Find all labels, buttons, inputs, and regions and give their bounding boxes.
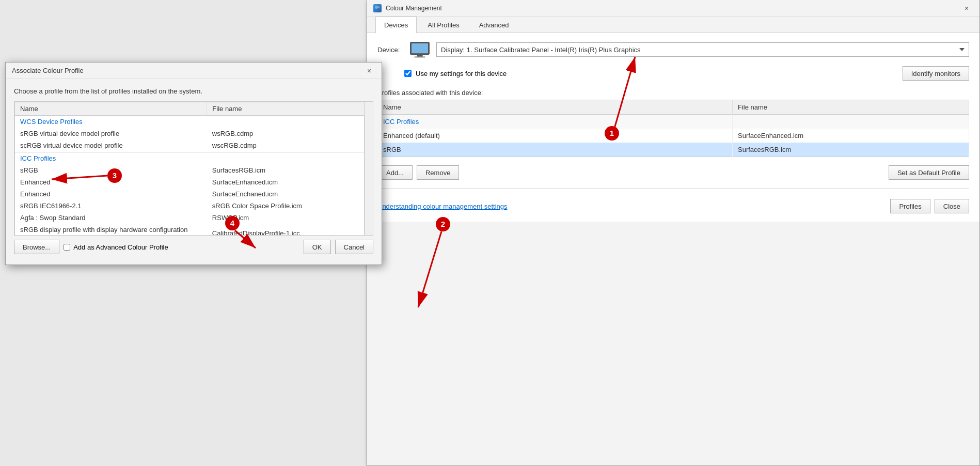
- svg-rect-3: [412, 43, 428, 53]
- svg-rect-5: [415, 57, 425, 58]
- ok-button[interactable]: OK: [304, 240, 331, 254]
- icc-category-row: ICC Profiles: [15, 152, 365, 164]
- tabs-bar: Devices All Profiles Advanced: [367, 17, 979, 33]
- dialog-close-button[interactable]: ×: [363, 66, 375, 76]
- use-settings-row: Use my settings for this device: [377, 70, 507, 77]
- list-scrollbar[interactable]: [365, 102, 373, 235]
- cancel-button[interactable]: Cancel: [335, 240, 373, 254]
- list-item[interactable]: sRGB display profile with display hardwa…: [15, 224, 365, 236]
- table-row[interactable]: Enhanced (default) SurfaceEnhanced.icm: [378, 129, 969, 143]
- advanced-colour-checkbox[interactable]: [64, 244, 70, 251]
- list-item[interactable]: sRGB virtual device model profile wsRGB.…: [15, 128, 365, 139]
- profiles-table: Name File name ICC Profiles Enhanced (de…: [377, 100, 969, 157]
- wcs-category-row: WCS Device Profiles: [15, 116, 365, 128]
- title-bar: Colour Management ×: [367, 0, 979, 17]
- set-default-button[interactable]: Set as Default Profile: [889, 165, 969, 180]
- dialog-title: Associate Colour Profile: [12, 67, 84, 74]
- device-select[interactable]: Display: 1. Surface Calibrated Panel - I…: [436, 42, 969, 57]
- app-icon: [373, 4, 382, 12]
- list-item[interactable]: sRGB IEC61966-2.1 sRGB Color Space Profi…: [15, 200, 365, 212]
- profiles-col-filename: File name: [733, 100, 969, 115]
- understanding-link[interactable]: Understanding colour management settings: [377, 203, 507, 210]
- profiles-button[interactable]: Profiles: [890, 199, 930, 213]
- category-icc-label: ICC Profiles: [378, 115, 733, 129]
- dialog-instruction: Choose a profile from the list of profil…: [14, 87, 373, 95]
- dialog-title-bar: Associate Colour Profile ×: [6, 63, 382, 79]
- profiles-col-name: Name: [378, 100, 733, 115]
- svg-rect-4: [417, 55, 422, 56]
- window-close-button[interactable]: ×: [960, 3, 973, 13]
- icc-category-label: ICC Profiles: [15, 152, 207, 164]
- use-settings-checkbox[interactable]: [404, 70, 412, 77]
- dialog-content: Choose a profile from the list of profil…: [6, 79, 382, 265]
- close-button[interactable]: Close: [935, 199, 969, 213]
- browse-button[interactable]: Browse...: [14, 240, 59, 254]
- profiles-section-label: Profiles associated with this device:: [377, 89, 969, 97]
- action-buttons-row: Add... Remove Set as Default Profile: [377, 165, 969, 180]
- list-item[interactable]: Enhanced SurfaceEnhanced.icm: [15, 176, 365, 188]
- identify-monitors-button[interactable]: Identify monitors: [903, 66, 969, 81]
- wcs-category-label: WCS Device Profiles: [15, 116, 207, 128]
- bottom-row: Understanding colour management settings…: [377, 195, 969, 213]
- device-row: Device: Display: 1. Surface Calibrated P…: [377, 41, 969, 58]
- use-settings-label: Use my settings for this device: [416, 70, 507, 77]
- associate-dialog: Associate Colour Profile × Choose a prof…: [5, 62, 382, 265]
- remove-button[interactable]: Remove: [417, 165, 459, 180]
- list-item[interactable]: sRGB SurfacesRGB.icm: [15, 164, 365, 176]
- window-content: Device: Display: 1. Surface Calibrated P…: [367, 33, 979, 222]
- profile-list-table: Name File name WCS Device Profiles sRGB …: [14, 102, 365, 236]
- table-row[interactable]: sRGB SurfacesRGB.icm: [378, 143, 969, 157]
- list-item[interactable]: Enhanced SurfaceEnchaned.icm: [15, 188, 365, 200]
- svg-point-1: [377, 6, 380, 8]
- tab-all-profiles[interactable]: All Profiles: [419, 17, 468, 33]
- dialog-footer: Browse... Add as Advanced Colour Profile…: [14, 236, 373, 256]
- list-item[interactable]: scRGB virtual device model profile wscRG…: [15, 139, 365, 151]
- tab-advanced[interactable]: Advanced: [470, 17, 518, 33]
- monitor-icon: [409, 41, 430, 58]
- profile-list-container[interactable]: Name File name WCS Device Profiles sRGB …: [14, 101, 373, 236]
- col-filename: File name: [207, 102, 365, 116]
- list-item[interactable]: Agfa : Swop Standard RSWOP.icm: [15, 212, 365, 224]
- advanced-colour-label: Add as Advanced Colour Profile: [73, 243, 168, 251]
- icc-profiles-category: ICC Profiles: [378, 115, 969, 129]
- tab-devices[interactable]: Devices: [375, 17, 417, 33]
- device-label: Device:: [377, 46, 403, 54]
- col-name: Name: [15, 102, 207, 116]
- add-button[interactable]: Add...: [377, 165, 413, 180]
- window-title: Colour Management: [386, 5, 442, 12]
- colour-mgmt-window: Colour Management × Devices All Profiles…: [367, 0, 980, 466]
- section-divider: [377, 188, 969, 189]
